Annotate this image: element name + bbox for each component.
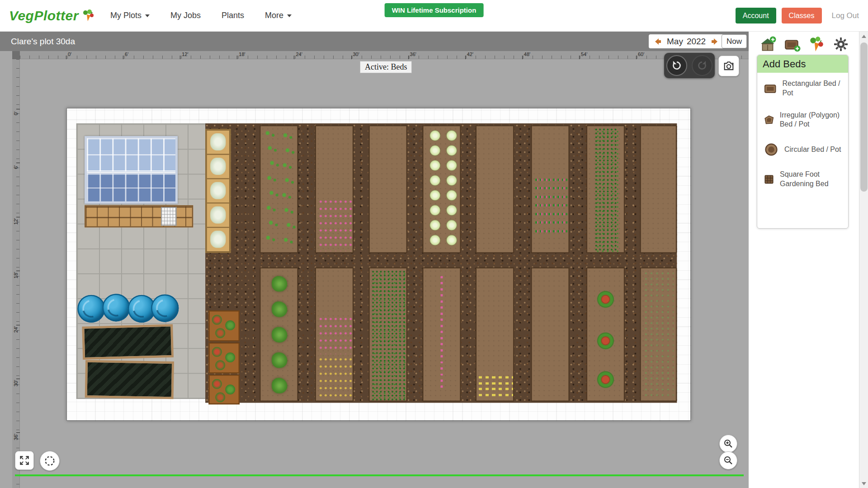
add-structures-button[interactable]: [759, 35, 777, 53]
redo-button[interactable]: [692, 55, 712, 76]
plant-chard: [225, 385, 235, 394]
ruler-label: 18': [13, 271, 19, 280]
wooden-bed[interactable]: [205, 129, 231, 253]
selection-tool-button[interactable]: [40, 451, 60, 471]
plant-chard: [225, 352, 235, 362]
undo-icon: [671, 60, 683, 71]
garden-bed[interactable]: [422, 267, 461, 402]
zoom-in-button[interactable]: [719, 435, 737, 453]
garden-plot-surface[interactable]: [67, 108, 691, 421]
seed-tray[interactable]: [85, 205, 193, 227]
next-month-button[interactable]: [709, 36, 720, 47]
ruler-label: 54': [581, 52, 587, 57]
garden-bed[interactable]: [476, 125, 514, 253]
prev-month-button[interactable]: [652, 36, 663, 47]
garden-bed[interactable]: [259, 267, 298, 402]
nav-my-plots[interactable]: My Plots: [110, 11, 150, 20]
garden-bed[interactable]: [531, 125, 570, 253]
nav-my-jobs[interactable]: My Jobs: [170, 11, 201, 20]
ruler-label: 12': [13, 217, 19, 226]
arrow-right-icon: [710, 37, 719, 46]
ruler-label: 30': [353, 52, 359, 57]
plant-chard: [225, 320, 235, 330]
water-barrel[interactable]: [77, 295, 105, 323]
window-scrollbar[interactable]: [859, 32, 868, 488]
plant-row-dots: [318, 356, 353, 399]
plant-leek: [210, 133, 226, 150]
scroll-down-arrow[interactable]: [859, 479, 868, 488]
panel-item-circular-bed[interactable]: Circular Bed / Pot: [757, 136, 848, 164]
panel-item-polygon-bed[interactable]: Irregular (Polygon) Bed / Pot: [757, 104, 848, 136]
panel-item-rectangular-bed[interactable]: Rectangular Bed / Pot: [757, 73, 848, 104]
expand-corners-icon: [19, 455, 30, 466]
ruler-tick: [123, 56, 123, 59]
active-mode-label: Active: Beds: [360, 61, 412, 73]
current-year: 2022: [687, 37, 706, 47]
garden-bed[interactable]: [586, 125, 625, 253]
garden-bed[interactable]: [422, 125, 461, 253]
plant-lettuce: [447, 220, 457, 230]
panel-item-square-foot-bed[interactable]: Square Foot Gardening Bed: [757, 164, 848, 195]
plant-lettuce: [447, 175, 457, 185]
zoom-out-button[interactable]: [719, 451, 737, 469]
garden-bed[interactable]: [586, 267, 625, 402]
scrollbar-thumb[interactable]: [860, 42, 868, 192]
garden-bed[interactable]: [476, 267, 514, 402]
plant-chard: [215, 328, 225, 338]
water-barrel[interactable]: [151, 294, 179, 322]
plant-beet: [597, 291, 614, 308]
nav-more[interactable]: More: [265, 11, 292, 20]
plant-chard: [215, 360, 225, 370]
current-month: May: [667, 37, 683, 47]
now-button[interactable]: Now: [722, 34, 747, 48]
plant-leek: [210, 158, 226, 175]
garden-bed[interactable]: [315, 125, 354, 253]
planter-box[interactable]: [208, 375, 240, 404]
greenhouse[interactable]: [85, 136, 178, 203]
account-button[interactable]: Account: [736, 8, 776, 23]
ruler-label: 42': [467, 52, 473, 57]
plot-boundary-line: [15, 474, 744, 476]
plant-sprout: [268, 146, 272, 150]
garden-plot[interactable]: [66, 108, 691, 421]
plant-chard: [212, 315, 222, 325]
garden-bed[interactable]: [259, 125, 298, 253]
planter-box[interactable]: [208, 310, 240, 342]
settings-button[interactable]: [832, 35, 850, 53]
plant-row-dots: [318, 315, 353, 354]
history-controls: [664, 53, 715, 78]
compost-bin[interactable]: [85, 360, 174, 399]
logo[interactable]: VegPlotter: [9, 8, 95, 23]
compost-bin[interactable]: [82, 324, 174, 360]
plant-sprout: [270, 161, 274, 165]
add-beds-button[interactable]: [783, 35, 801, 53]
win-subscription-button[interactable]: WIN Lifetime Subscription: [385, 3, 484, 17]
garden-bed[interactable]: [531, 267, 570, 402]
ruler-label: 30': [13, 379, 19, 388]
bed-cell: [207, 155, 229, 179]
add-plants-button[interactable]: [807, 35, 826, 53]
screenshot-button[interactable]: [718, 56, 739, 76]
garden-bed[interactable]: [640, 125, 677, 253]
classes-button[interactable]: Classes: [782, 8, 822, 23]
scroll-up-arrow[interactable]: [859, 32, 868, 41]
garden-bed[interactable]: [368, 267, 407, 402]
plant-sprout: [283, 163, 287, 167]
ruler-corner: [12, 51, 20, 59]
polygon-bed-icon: [764, 112, 774, 127]
nav-plants[interactable]: Plants: [222, 11, 244, 20]
garden-bed[interactable]: [315, 267, 354, 402]
nav-right-group: Account Classes Log Out: [736, 8, 859, 23]
undo-button[interactable]: [666, 55, 687, 76]
plant-beet: [597, 332, 614, 350]
logout-link[interactable]: Log Out: [832, 11, 859, 20]
bed-cell: [207, 228, 229, 251]
fit-view-button[interactable]: [15, 451, 34, 470]
plant-lettuce: [430, 160, 440, 170]
water-barrel[interactable]: [102, 294, 130, 321]
plot-canvas[interactable]: Active: Beds: [0, 51, 749, 488]
module-tray[interactable]: [161, 207, 176, 226]
garden-bed[interactable]: [368, 125, 407, 253]
garden-bed[interactable]: [640, 267, 677, 402]
planter-box[interactable]: [208, 343, 240, 374]
